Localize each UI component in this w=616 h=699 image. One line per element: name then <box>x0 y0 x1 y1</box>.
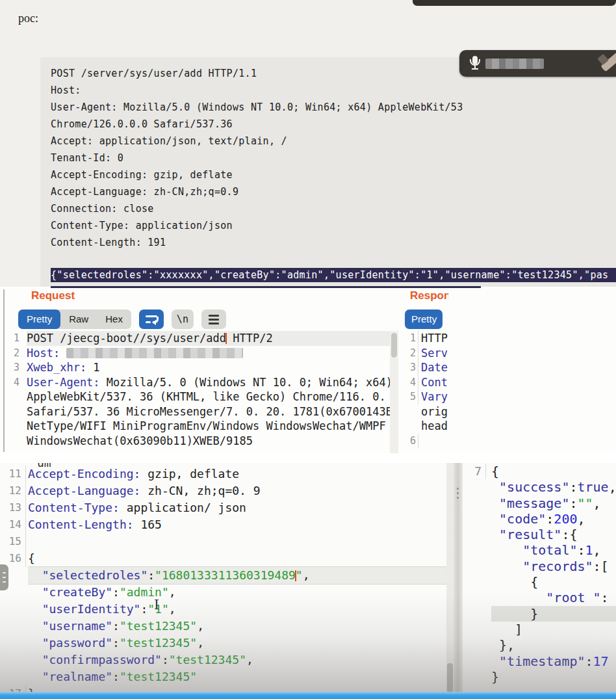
tab-pretty[interactable]: Pretty <box>18 310 60 329</box>
code-line: AppleWebKit/537. 36 (KHTML, like Gecko) … <box>0 389 390 404</box>
burp-bottom-section: um 11Accept-Encoding: gzip, deflate12Acc… <box>0 463 616 692</box>
code-line: Tenant-Id: 0 <box>51 150 616 166</box>
code-line: "createBy":"admin", <box>0 584 446 601</box>
line-number: 3 <box>404 360 418 375</box>
code-line: Accept-Encoding: gzip, deflate <box>51 166 616 183</box>
code-line: "code":200, <box>463 511 616 527</box>
poc-document-section: poc: POST /server/sys/user/add HTTP/1.1H… <box>0 0 616 287</box>
code-line: 11Accept-Encoding: gzip, deflate <box>0 466 446 482</box>
code-line: Connection: close <box>51 200 616 217</box>
code-line: heade <box>404 419 448 434</box>
code-line: 15 <box>0 533 446 550</box>
code-line: "message":"", <box>463 495 616 511</box>
code-line: "records":[ <box>463 559 616 574</box>
text-cursor-pointer: I <box>154 597 159 613</box>
code-line: 14Content-Length: 165 <box>0 516 446 533</box>
poc-request-code-block: POST /server/sys/user/add HTTP/1.1Host:U… <box>40 57 616 287</box>
code-line: origi <box>404 404 448 419</box>
code-line: 13Content-Type: application/ json <box>0 499 446 516</box>
burp-repeater-section: Request Pretty Raw Hex \n 1POST /jeecg-b… <box>0 288 616 453</box>
code-line: 3Date: <box>404 360 448 375</box>
line-number: 5 <box>404 389 418 404</box>
poc-label: poc: <box>18 12 38 25</box>
code-line: Content-Type: application/json <box>51 217 616 234</box>
voice-recorder-overlay[interactable] <box>459 50 616 77</box>
code-line: "result":{ <box>463 527 616 542</box>
code-line: "userIdentity":"1", <box>0 601 446 618</box>
line-number: 13 <box>0 499 26 516</box>
code-line: ] <box>463 622 616 637</box>
line-number: 3 <box>0 360 23 375</box>
screen-edge-handle[interactable] <box>0 564 8 590</box>
line-number: 2 <box>404 346 418 361</box>
wrap-lines-icon[interactable] <box>139 310 164 329</box>
menu-icon[interactable] <box>201 310 226 329</box>
tab-pretty-response[interactable]: Pretty <box>405 310 443 329</box>
line-number: 12 <box>0 482 26 499</box>
line-number: 7 <box>463 464 486 479</box>
panel-divider-handle[interactable] <box>454 463 463 692</box>
redacted-text-blur <box>485 59 544 69</box>
redacted-text-blur <box>66 348 243 358</box>
code-line: 3Xweb_xhr: 1 <box>0 360 390 375</box>
line-number: 15 <box>0 533 26 550</box>
code-line: Host: <box>51 82 616 99</box>
request-scrollbar-track <box>390 331 398 453</box>
line-number: 2 <box>0 346 23 361</box>
line-number: 11 <box>0 466 26 482</box>
code-line: 4User-Agent: Mozilla/5. 0 (Windows NT 10… <box>0 375 390 390</box>
code-line: "root ": <box>463 590 616 605</box>
response-panel: Response Pretty 1HTTP/2Serve3Date:4Conte… <box>404 288 448 453</box>
code-line: { <box>463 574 616 590</box>
response-panel-title: Response <box>410 289 448 302</box>
code-line: "selectedroles":"1680133311360319489", <box>0 567 446 584</box>
line-number: 4 <box>404 375 418 390</box>
code-line: "username":"test12345", <box>0 618 446 635</box>
bottom-scrollbar-thumb[interactable] <box>447 663 453 692</box>
code-line: }, <box>463 637 616 653</box>
code-line: "total":1, <box>463 542 616 558</box>
code-line <box>51 251 616 268</box>
selected-payload-line: {"selectedroles":"xxxxxxx","createBy":"a… <box>51 268 616 285</box>
code-line: 7{ <box>463 464 616 479</box>
newline-toggle-button[interactable]: \n <box>172 310 194 329</box>
top-window-bar <box>413 0 616 6</box>
code-line: Accept-Language: zh-CN,zh;q=0.9 <box>51 183 616 200</box>
request-panel-title: Request <box>31 289 75 302</box>
code-line: 12Accept-Language: zh-CN, zh;q=0. 9 <box>0 482 446 499</box>
code-line: 5Vary: <box>404 389 448 404</box>
request-scrollbar-thumb[interactable] <box>391 333 397 358</box>
code-line: 6 <box>404 434 448 449</box>
tab-hex[interactable]: Hex <box>97 310 131 329</box>
line-number: 1 <box>404 331 418 346</box>
code-line: 4Conte <box>404 375 448 390</box>
code-line: User-Agent: Mozilla/5.0 (Windows NT 10.0… <box>51 99 616 116</box>
request-tab-bar: Pretty Raw Hex \n <box>18 310 226 329</box>
code-line: 16{ <box>0 550 446 567</box>
bottom-scrollbar-track <box>446 463 454 692</box>
code-line: 1HTTP/ <box>404 331 448 346</box>
code-line: 2Host: <box>0 346 390 361</box>
code-line: "password":"test12345", <box>0 635 446 652</box>
code-line: Accept: application/json, text/plain, / <box>51 133 616 150</box>
code-line: WindowsWechat(0x63090b11)XWEB/9185 <box>0 434 390 449</box>
code-line: 1POST /jeecg-boot//sys/user/add HTTP/2 <box>0 331 390 346</box>
bottom-response-editor[interactable]: 7{ "success":true, "message":"", "code":… <box>463 463 616 692</box>
tab-raw[interactable]: Raw <box>60 310 97 329</box>
code-line: 2Serve <box>404 346 448 361</box>
line-number: 4 <box>0 375 23 390</box>
code-line: Chrome/126.0.0.0 Safari/537.36 <box>51 116 616 133</box>
code-line: } <box>463 606 616 622</box>
code-line: NetType/WIFI MiniProgramEnv/Windows Wind… <box>0 419 390 434</box>
bottom-request-editor[interactable]: um 11Accept-Encoding: gzip, deflate12Acc… <box>0 463 446 692</box>
response-editor[interactable]: 1HTTP/2Serve3Date:4Conte5Vary:origiheade… <box>404 331 448 453</box>
line-number: 6 <box>404 434 418 449</box>
request-editor[interactable]: 1POST /jeecg-boot//sys/user/add HTTP/22H… <box>0 331 390 453</box>
code-line: "timestamp":17 <box>463 653 616 669</box>
code-line: "success":true, <box>463 479 616 495</box>
code-line: "realname":"test12345" <box>0 668 446 685</box>
line-number: 1 <box>0 331 23 346</box>
code-line: Content-Length: 191 <box>51 234 616 251</box>
code-line: Safari/537. 36 MicroMessenger/7. 0. 20. … <box>0 404 390 419</box>
line-number: 14 <box>0 516 26 533</box>
